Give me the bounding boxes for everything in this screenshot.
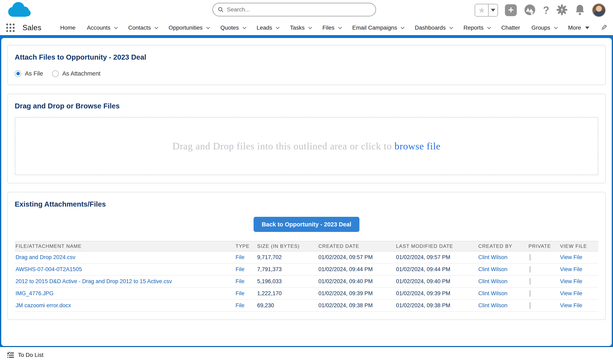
chevron-down-icon[interactable]: [338, 25, 342, 29]
user-avatar[interactable]: [592, 3, 606, 17]
favorites-split-button[interactable]: ★: [475, 4, 498, 16]
created-date: 01/02/2024, 09:57 PM: [317, 254, 395, 260]
col-header-created-by: CREATED BY: [477, 243, 528, 249]
file-type[interactable]: File: [235, 266, 257, 273]
chevron-down-icon[interactable]: [154, 25, 158, 29]
private-checkbox[interactable]: [530, 278, 531, 285]
guidance-center-button[interactable]: [524, 4, 536, 16]
radio-as-file-input[interactable]: [15, 70, 21, 77]
chevron-down-icon[interactable]: [114, 25, 118, 29]
view-file-link[interactable]: View File: [559, 278, 598, 285]
private-checkbox[interactable]: [530, 302, 531, 309]
modified-date: 01/02/2024, 09:40 PM: [395, 278, 477, 285]
view-file-link[interactable]: View File: [559, 290, 598, 297]
created-by-link[interactable]: Clint Wilson: [477, 290, 528, 297]
created-date: 01/02/2024, 09:39 PM: [317, 290, 395, 297]
nav-tab-reports[interactable]: Reports: [463, 25, 490, 31]
radio-as-attachment-input[interactable]: [52, 70, 59, 77]
table-row: IMG_4776.JPG File 1,222,170 01/02/2024, …: [15, 288, 598, 300]
file-name-link[interactable]: JM cazoomi error.docx: [15, 302, 235, 309]
chevron-down-icon[interactable]: [449, 25, 453, 29]
nav-tab-home[interactable]: Home: [60, 25, 76, 31]
nav-tab-dashboards[interactable]: Dashboards: [415, 25, 452, 31]
created-by-link[interactable]: Clint Wilson: [477, 302, 528, 309]
todo-list-icon: [7, 351, 14, 359]
file-type[interactable]: File: [235, 290, 257, 297]
drag-drop-card-title: Drag and Drop or Browse Files: [15, 102, 598, 110]
nav-tab-files[interactable]: Files: [322, 25, 341, 31]
nav-tab-more[interactable]: More: [568, 25, 589, 31]
app-launcher-icon[interactable]: [6, 24, 15, 32]
col-header-type: TYPE: [235, 243, 257, 249]
col-header-size: SIZE (IN BYTES): [256, 243, 317, 249]
created-by-link[interactable]: Clint Wilson: [477, 278, 528, 285]
global-search[interactable]: [213, 3, 376, 16]
chevron-down-icon[interactable]: [487, 25, 491, 29]
created-by-link[interactable]: Clint Wilson: [477, 254, 528, 260]
file-name-link[interactable]: 2012 to 2015 D&D Active - Drag and Drop …: [15, 278, 235, 285]
view-file-link[interactable]: View File: [559, 266, 598, 273]
help-button[interactable]: ?: [543, 4, 549, 16]
created-date: 01/02/2024, 09:38 PM: [317, 302, 395, 309]
private-checkbox[interactable]: [530, 254, 531, 260]
back-to-opportunity-button[interactable]: Back to Opportunity - 2023 Deal: [254, 217, 359, 232]
col-header-created: CREATED DATE: [317, 243, 395, 249]
existing-attachments-title: Existing Attachments/Files: [15, 200, 598, 208]
nav-tab-accounts[interactable]: Accounts: [87, 25, 117, 31]
file-name-link[interactable]: Drag and Drop 2024.csv: [15, 254, 235, 260]
file-type[interactable]: File: [235, 302, 257, 309]
chevron-down-icon[interactable]: [243, 25, 246, 29]
modified-date: 01/02/2024, 09:39 PM: [395, 290, 477, 297]
notifications-button[interactable]: [575, 4, 585, 16]
nav-tab-tasks[interactable]: Tasks: [290, 25, 311, 31]
bell-icon: [575, 4, 585, 15]
global-actions-button[interactable]: +: [505, 4, 517, 16]
file-type[interactable]: File: [235, 254, 257, 260]
chevron-down-icon[interactable]: [276, 25, 280, 29]
file-name-link[interactable]: IMG_4776.JPG: [15, 290, 235, 297]
nav-tab-groups[interactable]: Groups: [531, 25, 557, 31]
file-dropzone[interactable]: Drag and Drop files into this outlined a…: [15, 117, 598, 175]
salesforce-cloud-logo: [6, 1, 33, 19]
setup-button[interactable]: [556, 4, 568, 16]
nav-tab-quotes[interactable]: Quotes: [220, 25, 245, 31]
edit-navigation-pencil-icon[interactable]: ✎: [601, 23, 607, 32]
radio-as-file[interactable]: As File: [15, 70, 43, 77]
chevron-down-icon[interactable]: [401, 25, 404, 29]
nav-tab-contacts[interactable]: Contacts: [128, 25, 157, 31]
nav-tab-opportunities[interactable]: Opportunities: [169, 25, 209, 31]
favorite-star-icon[interactable]: ★: [475, 4, 488, 16]
caret-down-icon: [491, 9, 495, 12]
radio-as-file-label: As File: [25, 70, 43, 77]
nav-tab-leads[interactable]: Leads: [257, 25, 278, 31]
nav-tab-email-campaigns[interactable]: Email Campaigns: [352, 25, 403, 31]
search-input[interactable]: [227, 6, 371, 13]
col-header-private: PRIVATE: [528, 243, 559, 249]
view-file-link[interactable]: View File: [559, 302, 598, 309]
app-name[interactable]: Sales: [23, 24, 41, 32]
browse-file-link[interactable]: browse file: [394, 141, 441, 152]
table-row: AWSHS-07-004-0T2A1505 File 7,791,373 01/…: [15, 264, 598, 276]
view-file-link[interactable]: View File: [559, 254, 598, 260]
nav-tab-chatter[interactable]: Chatter: [501, 25, 520, 31]
existing-attachments-card: Existing Attachments/Files Back to Oppor…: [7, 192, 606, 320]
private-checkbox[interactable]: [530, 290, 531, 297]
modified-date: 01/02/2024, 09:38 PM: [395, 302, 477, 309]
todo-list-button[interactable]: To Do List: [18, 352, 43, 358]
radio-as-attachment[interactable]: As Attachment: [52, 70, 101, 77]
file-type[interactable]: File: [235, 278, 257, 285]
global-header: ★ + ?: [0, 0, 613, 20]
favorites-dropdown-button[interactable]: [488, 4, 498, 16]
chevron-down-icon[interactable]: [206, 25, 210, 29]
private-checkbox[interactable]: [530, 266, 531, 273]
trailhead-mountains-icon: [524, 4, 536, 15]
cloud-logo-icon: [6, 1, 32, 18]
app-navigation-bar: Sales Home Accounts Contacts Opportuniti…: [0, 20, 613, 35]
file-name-link[interactable]: AWSHS-07-004-0T2A1505: [15, 266, 235, 273]
created-by-link[interactable]: Clint Wilson: [477, 266, 528, 273]
chevron-down-icon[interactable]: [554, 25, 558, 29]
radio-as-attachment-label: As Attachment: [62, 70, 101, 77]
table-row: 2012 to 2015 D&D Active - Drag and Drop …: [15, 276, 598, 288]
chevron-down-icon[interactable]: [308, 25, 312, 29]
search-icon: [218, 7, 224, 13]
